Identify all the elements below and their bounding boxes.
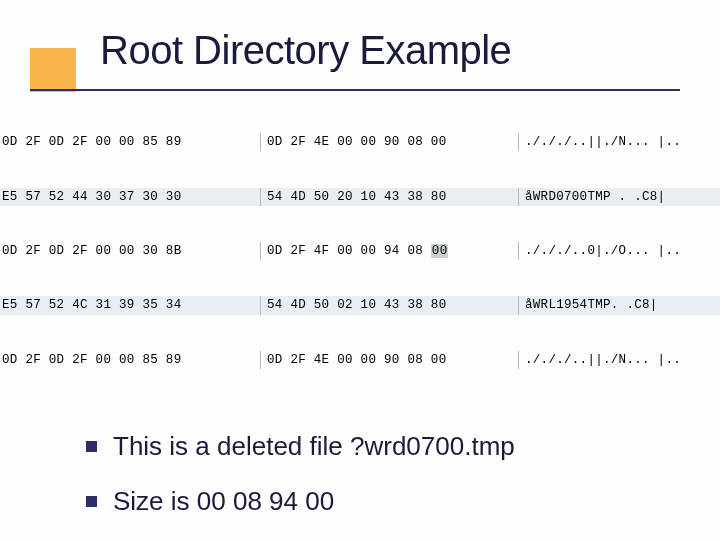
hex-ascii: ./././..0|./O... |.. [518,242,720,260]
hex-bytes-b: 0D 2F 4E 00 00 90 08 00 [260,351,518,369]
hex-bytes-b: 54 4D 50 02 10 43 38 80 [260,296,518,314]
hex-ascii: åWRD0700TMP . .C8| [518,188,720,206]
hex-row: E5 57 52 44 30 37 30 30 54 4D 50 20 10 4… [0,188,720,206]
bullet-square-icon [86,441,97,452]
hex-ascii: åWRL1954TMP. .C8| [518,296,720,314]
hex-row: 0D 2F 0D 2F 00 00 85 89 0D 2F 4E 00 00 9… [0,133,720,151]
hexdump-table: 0D 2F 0D 2F 00 00 85 89 0D 2F 4E 00 00 9… [0,97,720,387]
title-area: Root Directory Example [0,0,720,91]
bullet-item: This is a deleted file ?wrd0700.tmp [86,429,720,464]
hex-bytes-b: 0D 2F 4F 00 00 94 08 00 [260,242,518,260]
bullet-list: This is a deleted file ?wrd0700.tmp Size… [86,429,720,540]
title-underline [30,89,680,91]
hex-bytes-a: 0D 2F 0D 2F 00 00 85 89 [0,133,260,151]
hex-bytes-a: E5 57 52 44 30 37 30 30 [0,188,260,206]
hex-row: 0D 2F 0D 2F 00 00 85 89 0D 2F 4E 00 00 9… [0,351,720,369]
slide-title: Root Directory Example [0,28,720,73]
hex-row: E5 57 52 4C 31 39 35 34 54 4D 50 02 10 4… [0,296,720,314]
hex-bytes-b: 54 4D 50 20 10 43 38 80 [260,188,518,206]
bullet-text: This is a deleted file ?wrd0700.tmp [113,429,515,464]
hex-bytes-a: 0D 2F 0D 2F 00 00 85 89 [0,351,260,369]
bullet-item: Size is 00 08 94 00 [86,484,720,519]
hex-ascii: ./././..||./N... |.. [518,133,720,151]
hex-bytes-a: E5 57 52 4C 31 39 35 34 [0,296,260,314]
hex-bytes-a: 0D 2F 0D 2F 00 00 30 8B [0,242,260,260]
bullet-square-icon [86,496,97,507]
hex-row: 0D 2F 0D 2F 00 00 30 8B 0D 2F 4F 00 00 9… [0,242,720,260]
hex-bytes-b: 0D 2F 4E 00 00 90 08 00 [260,133,518,151]
hex-bytes-b-partial: 0D 2F 4F 00 00 94 08 [267,244,431,258]
bullet-text: Size is 00 08 94 00 [113,484,334,519]
hex-highlight-byte: 00 [431,244,449,258]
hex-ascii: ./././..||./N... |.. [518,351,720,369]
